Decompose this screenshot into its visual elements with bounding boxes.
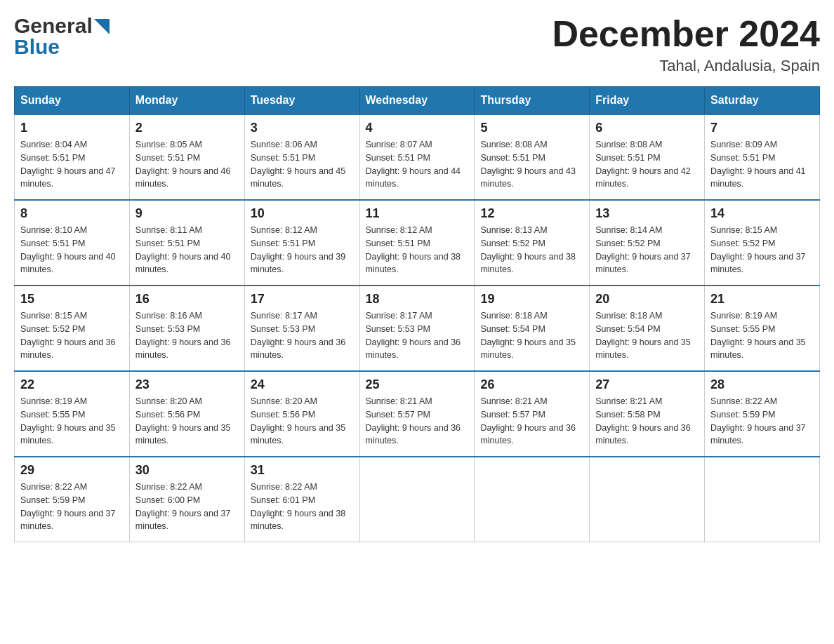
day-number: 5 <box>480 121 583 135</box>
calendar-cell <box>705 457 820 542</box>
day-info: Sunrise: 8:22 AMSunset: 5:59 PMDaylight:… <box>20 481 124 533</box>
page-header: General Blue December 2024 Tahal, Andalu… <box>14 14 820 75</box>
day-number: 30 <box>135 463 239 478</box>
calendar-cell: 3Sunrise: 8:06 AMSunset: 5:51 PMDaylight… <box>244 114 359 200</box>
day-info: Sunrise: 8:21 AMSunset: 5:57 PMDaylight:… <box>366 395 469 448</box>
day-number: 2 <box>135 121 239 135</box>
column-header-tuesday: Tuesday <box>244 87 359 115</box>
day-info: Sunrise: 8:17 AMSunset: 5:53 PMDaylight:… <box>251 309 354 362</box>
calendar-cell: 8Sunrise: 8:10 AMSunset: 5:51 PMDaylight… <box>15 200 130 286</box>
calendar-week-row: 1Sunrise: 8:04 AMSunset: 5:51 PMDaylight… <box>15 114 820 200</box>
day-number: 16 <box>135 292 239 307</box>
calendar-cell: 24Sunrise: 8:20 AMSunset: 5:56 PMDayligh… <box>244 371 359 457</box>
day-number: 31 <box>251 463 354 478</box>
day-info: Sunrise: 8:21 AMSunset: 5:57 PMDaylight:… <box>480 395 583 448</box>
calendar-cell <box>359 457 475 542</box>
day-info: Sunrise: 8:12 AMSunset: 5:51 PMDaylight:… <box>366 224 469 276</box>
day-number: 22 <box>20 377 124 392</box>
calendar-cell: 7Sunrise: 8:09 AMSunset: 5:51 PMDaylight… <box>705 114 820 200</box>
calendar-cell: 10Sunrise: 8:12 AMSunset: 5:51 PMDayligh… <box>244 200 359 286</box>
calendar-cell: 18Sunrise: 8:17 AMSunset: 5:53 PMDayligh… <box>359 286 475 371</box>
calendar-week-row: 22Sunrise: 8:19 AMSunset: 5:55 PMDayligh… <box>15 371 820 457</box>
day-number: 18 <box>366 292 469 307</box>
day-number: 21 <box>710 292 814 307</box>
day-number: 29 <box>20 463 124 478</box>
day-number: 10 <box>251 206 354 221</box>
day-info: Sunrise: 8:21 AMSunset: 5:58 PMDaylight:… <box>595 395 699 448</box>
calendar-cell: 9Sunrise: 8:11 AMSunset: 5:51 PMDaylight… <box>129 200 244 286</box>
day-info: Sunrise: 8:22 AMSunset: 6:01 PMDaylight:… <box>251 481 354 533</box>
calendar-cell: 11Sunrise: 8:12 AMSunset: 5:51 PMDayligh… <box>359 200 475 286</box>
calendar-week-row: 29Sunrise: 8:22 AMSunset: 5:59 PMDayligh… <box>15 457 820 542</box>
day-info: Sunrise: 8:22 AMSunset: 5:59 PMDaylight:… <box>710 395 814 448</box>
calendar-cell: 31Sunrise: 8:22 AMSunset: 6:01 PMDayligh… <box>244 457 359 542</box>
calendar-week-row: 8Sunrise: 8:10 AMSunset: 5:51 PMDaylight… <box>15 200 820 286</box>
day-info: Sunrise: 8:22 AMSunset: 6:00 PMDaylight:… <box>135 481 239 533</box>
logo-general-text: General <box>14 14 93 38</box>
calendar-cell: 22Sunrise: 8:19 AMSunset: 5:55 PMDayligh… <box>15 371 130 457</box>
day-number: 26 <box>480 377 583 392</box>
day-info: Sunrise: 8:09 AMSunset: 5:51 PMDaylight:… <box>710 138 814 191</box>
calendar-cell: 16Sunrise: 8:16 AMSunset: 5:53 PMDayligh… <box>129 286 244 371</box>
title-area: December 2024 Tahal, Andalusia, Spain <box>552 14 820 75</box>
calendar-cell: 14Sunrise: 8:15 AMSunset: 5:52 PMDayligh… <box>705 200 820 286</box>
column-header-monday: Monday <box>129 87 244 115</box>
day-info: Sunrise: 8:16 AMSunset: 5:53 PMDaylight:… <box>135 309 239 362</box>
day-number: 17 <box>251 292 354 307</box>
month-title: December 2024 <box>552 14 820 54</box>
day-number: 3 <box>251 121 354 135</box>
calendar-header-row: SundayMondayTuesdayWednesdayThursdayFrid… <box>15 87 820 115</box>
calendar-cell: 15Sunrise: 8:15 AMSunset: 5:52 PMDayligh… <box>15 286 130 371</box>
day-info: Sunrise: 8:20 AMSunset: 5:56 PMDaylight:… <box>251 395 354 448</box>
day-info: Sunrise: 8:04 AMSunset: 5:51 PMDaylight:… <box>20 138 124 191</box>
day-info: Sunrise: 8:19 AMSunset: 5:55 PMDaylight:… <box>710 309 814 362</box>
day-number: 1 <box>20 121 124 135</box>
day-info: Sunrise: 8:11 AMSunset: 5:51 PMDaylight:… <box>135 224 239 276</box>
day-info: Sunrise: 8:15 AMSunset: 5:52 PMDaylight:… <box>710 224 814 276</box>
column-header-thursday: Thursday <box>475 87 590 115</box>
calendar-cell: 21Sunrise: 8:19 AMSunset: 5:55 PMDayligh… <box>705 286 820 371</box>
calendar-table: SundayMondayTuesdayWednesdayThursdayFrid… <box>14 86 820 542</box>
calendar-cell: 5Sunrise: 8:08 AMSunset: 5:51 PMDaylight… <box>475 114 590 200</box>
day-number: 9 <box>135 206 239 221</box>
day-number: 24 <box>251 377 354 392</box>
day-info: Sunrise: 8:18 AMSunset: 5:54 PMDaylight:… <box>595 309 699 362</box>
calendar-cell: 6Sunrise: 8:08 AMSunset: 5:51 PMDaylight… <box>590 114 705 200</box>
column-header-wednesday: Wednesday <box>359 87 475 115</box>
day-info: Sunrise: 8:13 AMSunset: 5:52 PMDaylight:… <box>480 224 583 276</box>
calendar-cell: 28Sunrise: 8:22 AMSunset: 5:59 PMDayligh… <box>705 371 820 457</box>
day-number: 19 <box>480 292 583 307</box>
day-number: 8 <box>20 206 124 221</box>
calendar-cell: 19Sunrise: 8:18 AMSunset: 5:54 PMDayligh… <box>475 286 590 371</box>
calendar-cell: 29Sunrise: 8:22 AMSunset: 5:59 PMDayligh… <box>15 457 130 542</box>
logo-arrow-icon <box>94 19 110 34</box>
day-number: 14 <box>710 206 814 221</box>
calendar-cell <box>590 457 705 542</box>
day-number: 6 <box>595 121 699 135</box>
calendar-cell: 4Sunrise: 8:07 AMSunset: 5:51 PMDaylight… <box>359 114 475 200</box>
logo-blue-text: Blue <box>14 35 60 59</box>
day-number: 13 <box>595 206 699 221</box>
calendar-cell: 13Sunrise: 8:14 AMSunset: 5:52 PMDayligh… <box>590 200 705 286</box>
day-info: Sunrise: 8:08 AMSunset: 5:51 PMDaylight:… <box>595 138 699 191</box>
day-number: 27 <box>595 377 699 392</box>
calendar-cell: 2Sunrise: 8:05 AMSunset: 5:51 PMDaylight… <box>129 114 244 200</box>
calendar-cell: 26Sunrise: 8:21 AMSunset: 5:57 PMDayligh… <box>475 371 590 457</box>
day-number: 23 <box>135 377 239 392</box>
calendar-cell <box>475 457 590 542</box>
day-number: 25 <box>366 377 469 392</box>
day-info: Sunrise: 8:08 AMSunset: 5:51 PMDaylight:… <box>480 138 583 191</box>
day-info: Sunrise: 8:06 AMSunset: 5:51 PMDaylight:… <box>251 138 354 191</box>
day-info: Sunrise: 8:14 AMSunset: 5:52 PMDaylight:… <box>595 224 699 276</box>
day-info: Sunrise: 8:15 AMSunset: 5:52 PMDaylight:… <box>20 309 124 362</box>
day-number: 4 <box>366 121 469 135</box>
calendar-cell: 20Sunrise: 8:18 AMSunset: 5:54 PMDayligh… <box>590 286 705 371</box>
calendar-cell: 12Sunrise: 8:13 AMSunset: 5:52 PMDayligh… <box>475 200 590 286</box>
day-info: Sunrise: 8:07 AMSunset: 5:51 PMDaylight:… <box>366 138 469 191</box>
day-info: Sunrise: 8:18 AMSunset: 5:54 PMDaylight:… <box>480 309 583 362</box>
day-number: 15 <box>20 292 124 307</box>
day-info: Sunrise: 8:20 AMSunset: 5:56 PMDaylight:… <box>135 395 239 448</box>
column-header-sunday: Sunday <box>15 87 130 115</box>
day-number: 11 <box>366 206 469 221</box>
calendar-cell: 17Sunrise: 8:17 AMSunset: 5:53 PMDayligh… <box>244 286 359 371</box>
